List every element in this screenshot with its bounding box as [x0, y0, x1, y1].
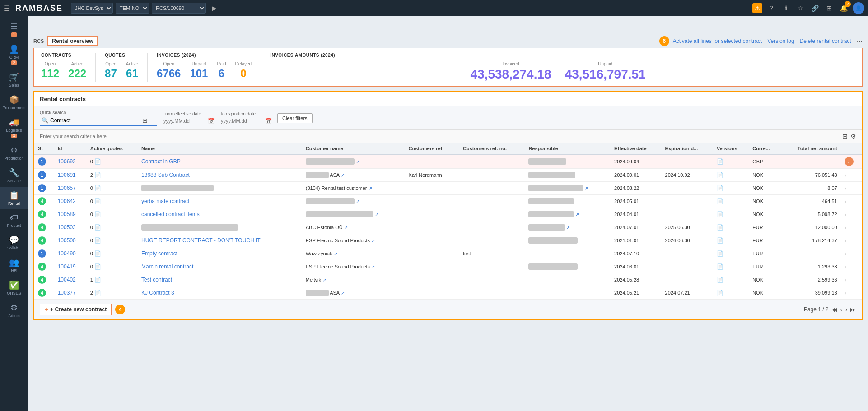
- path-select[interactable]: RCS/100690: [152, 3, 206, 14]
- doc-icon[interactable]: 📄: [94, 185, 101, 191]
- row-expand-icon[interactable]: ›: [845, 185, 847, 192]
- row-expand-icon[interactable]: ›: [845, 157, 854, 166]
- link-icon[interactable]: 🔗: [809, 3, 820, 14]
- sidebar-item-collaboration[interactable]: 💬 Collab...: [0, 231, 28, 254]
- grid-icon[interactable]: ⊞: [824, 3, 835, 14]
- sidebar-item-rental[interactable]: 📋 Rental: [0, 187, 28, 209]
- doc-icon[interactable]: 📄: [94, 158, 101, 165]
- row-expand-icon[interactable]: ›: [845, 250, 847, 257]
- user-avatar[interactable]: 👤: [853, 2, 864, 14]
- version-log-action[interactable]: Version log: [767, 38, 794, 44]
- row-expand-icon[interactable]: ›: [845, 276, 847, 283]
- doc-icon[interactable]: 📄: [94, 211, 101, 217]
- versions-icon[interactable]: 📄: [717, 277, 723, 283]
- prev-page-button[interactable]: ‹: [840, 306, 843, 313]
- contract-name-link[interactable]: Contract in GBP: [141, 158, 181, 165]
- versions-icon[interactable]: 📄: [717, 237, 723, 244]
- doc-icon[interactable]: 📄: [94, 172, 101, 178]
- external-link-icon[interactable]: ↗: [356, 159, 359, 164]
- versions-icon[interactable]: 📄: [717, 290, 723, 296]
- versions-icon[interactable]: 📄: [717, 211, 723, 217]
- doc-icon[interactable]: 📄: [94, 277, 101, 283]
- external-link-icon[interactable]: ↗: [375, 212, 378, 217]
- last-page-button[interactable]: ⏭: [850, 306, 856, 313]
- first-page-button[interactable]: ⏮: [831, 306, 838, 313]
- external-link-icon[interactable]: ↗: [341, 173, 345, 178]
- doc-icon[interactable]: 📄: [94, 263, 101, 270]
- resp-link[interactable]: ↗: [566, 225, 570, 230]
- help-icon[interactable]: ?: [766, 3, 777, 14]
- filter-table-icon[interactable]: ⊟: [842, 133, 848, 140]
- external-link-icon[interactable]: ↗: [341, 291, 345, 296]
- sidebar-item-sales[interactable]: 🛒 Sales: [0, 69, 28, 91]
- versions-icon[interactable]: 📄: [717, 224, 723, 231]
- from-date-input[interactable]: [163, 117, 208, 125]
- versions-icon[interactable]: 📄: [717, 185, 723, 191]
- alert-icon[interactable]: ⚠: [752, 3, 762, 13]
- contract-id-link[interactable]: 100589: [58, 211, 76, 217]
- versions-icon[interactable]: 📄: [717, 172, 723, 178]
- external-link-icon[interactable]: ↗: [356, 199, 359, 204]
- delete-contract-action[interactable]: Delete rental contract: [800, 38, 851, 44]
- contract-name-link[interactable]: cancelled contract items: [141, 211, 200, 217]
- sidebar-item-service[interactable]: 🔧 Service: [0, 164, 28, 187]
- row-expand-icon[interactable]: ›: [845, 171, 847, 179]
- create-new-contract-button[interactable]: + + Create new contract: [40, 304, 112, 315]
- external-link-icon[interactable]: ↗: [369, 186, 372, 191]
- versions-icon[interactable]: 📄: [717, 198, 723, 204]
- menu-icon[interactable]: ☰: [4, 4, 10, 13]
- contract-id-link[interactable]: 100642: [58, 198, 76, 204]
- doc-icon[interactable]: 📄: [94, 290, 101, 296]
- contract-name-link[interactable]: yerba mate contract: [141, 198, 189, 204]
- contract-id-link[interactable]: 100402: [58, 277, 76, 283]
- company-select[interactable]: JHC DevSys: [71, 3, 113, 14]
- contract-id-link[interactable]: 100691: [58, 172, 76, 178]
- row-expand-icon[interactable]: ›: [845, 237, 847, 244]
- contract-id-link[interactable]: 100490: [58, 250, 76, 257]
- external-link-icon[interactable]: ↗: [344, 225, 348, 230]
- row-expand-icon[interactable]: ›: [845, 263, 847, 270]
- contract-id-link[interactable]: 100500: [58, 237, 76, 244]
- doc-icon[interactable]: 📄: [94, 237, 101, 244]
- contract-name-link[interactable]: Marcin rental contract: [141, 263, 193, 270]
- contract-id-link[interactable]: 100377: [58, 290, 76, 296]
- sidebar-item-admin[interactable]: ⚙ Admin: [0, 299, 28, 322]
- activate-all-action[interactable]: Activate all lines for selected contract: [673, 38, 762, 44]
- sidebar-item-crm[interactable]: 👤 CRM 2: [0, 41, 28, 69]
- contract-name-link[interactable]: Test contract: [141, 277, 172, 283]
- resp-link[interactable]: ↗: [584, 186, 588, 191]
- star-icon[interactable]: ☆: [795, 3, 806, 14]
- contract-id-link[interactable]: 100657: [58, 185, 76, 191]
- from-date-calendar-icon[interactable]: 📅: [208, 118, 215, 124]
- to-date-input[interactable]: [220, 117, 265, 125]
- doc-icon[interactable]: 📄: [94, 224, 101, 231]
- doc-icon[interactable]: 📄: [94, 250, 101, 257]
- contract-name-link[interactable]: 13688 Sub Contract: [141, 172, 190, 178]
- versions-icon[interactable]: 📄: [717, 263, 723, 270]
- versions-icon[interactable]: 📄: [717, 250, 723, 257]
- to-date-calendar-icon[interactable]: 📅: [265, 118, 272, 124]
- contract-id-link[interactable]: 100503: [58, 224, 76, 231]
- more-actions-icon[interactable]: ···: [857, 37, 863, 45]
- sidebar-item-product[interactable]: 🏷 Product: [0, 209, 28, 231]
- row-expand-icon[interactable]: ›: [845, 224, 847, 231]
- search-criteria-input[interactable]: [40, 134, 842, 139]
- filter-options-icon[interactable]: ⊟: [142, 117, 148, 124]
- sidebar-item-qhses[interactable]: ✅ QHSES: [0, 277, 28, 299]
- settings-table-icon[interactable]: ⚙: [850, 133, 856, 140]
- clear-filters-button[interactable]: Clear filters: [277, 113, 313, 123]
- contract-name-link[interactable]: HUGE REPORT CONTRACT - DON'T TOUCH IT!: [141, 237, 262, 244]
- contract-id-link[interactable]: 100419: [58, 263, 76, 270]
- sidebar-item-logistics[interactable]: 🚚 Logistics 3: [0, 114, 28, 142]
- resp-link[interactable]: ↗: [575, 212, 579, 217]
- versions-icon[interactable]: 📄: [717, 158, 723, 165]
- expand-icon[interactable]: ▶: [209, 3, 219, 14]
- row-expand-icon[interactable]: ›: [845, 198, 847, 205]
- sidebar-item-b[interactable]: ☰ 1: [0, 18, 28, 41]
- env-select[interactable]: TEM-NO: [116, 3, 149, 14]
- search-input[interactable]: [50, 117, 140, 124]
- external-link-icon[interactable]: ↗: [371, 238, 375, 243]
- contract-name-link[interactable]: KJ Contract 3: [141, 290, 174, 296]
- sidebar-item-procurement[interactable]: 📦 Procurement: [0, 91, 28, 114]
- row-expand-icon[interactable]: ›: [845, 289, 847, 296]
